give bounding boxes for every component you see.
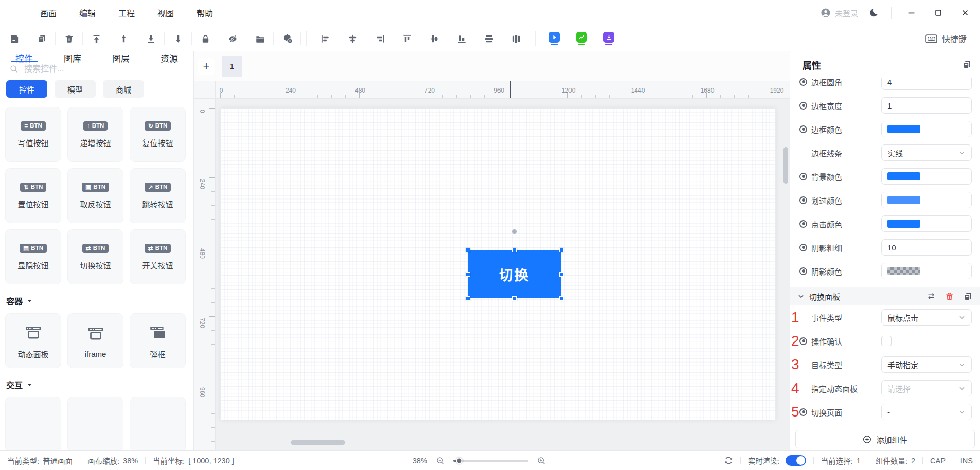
zoom-slider-knob[interactable]: [456, 457, 462, 464]
widget-card-2[interactable]: ↑BTN 递增按钮: [67, 107, 123, 162]
dark-mode-moon-icon[interactable]: [869, 8, 880, 18]
filter-button-1[interactable]: 控件: [6, 80, 47, 98]
widget-card-7[interactable]: ▤BTN 显隐按钮: [5, 229, 61, 284]
prop-color[interactable]: [881, 121, 972, 137]
save-button[interactable]: [1, 29, 28, 48]
sidebar-tab-4[interactable]: 资源: [145, 51, 193, 64]
prop-select[interactable]: 实线: [881, 144, 972, 161]
selection-handle[interactable]: [512, 248, 517, 252]
filter-button-3[interactable]: 商城: [103, 80, 144, 98]
widget-card-4[interactable]: ⇅BTN 置位按钮: [5, 168, 61, 223]
preview-button[interactable]: [541, 29, 568, 48]
section-interact[interactable]: 交互: [0, 368, 193, 391]
selection-handle[interactable]: [512, 296, 517, 301]
group-header-toggle-panel[interactable]: 切换面板: [790, 287, 980, 305]
move-down-button[interactable]: [165, 29, 192, 48]
selection-handle[interactable]: [466, 248, 470, 252]
selection-handle[interactable]: [466, 272, 470, 277]
sidebar-tab-2[interactable]: 图库: [48, 51, 97, 64]
menu-item-1[interactable]: 画面: [40, 7, 57, 19]
prop-color[interactable]: [881, 168, 972, 185]
widget-card-6[interactable]: ↗BTN 跳转按钮: [130, 168, 186, 223]
widget-card-9[interactable]: ⇄BTN 开关按钮: [130, 229, 186, 284]
prop-input[interactable]: 4: [881, 78, 972, 90]
align-left-button[interactable]: [312, 29, 339, 48]
page-tab-1[interactable]: 1: [222, 56, 242, 77]
sidebar-tab-1[interactable]: 控件: [0, 51, 48, 64]
component-add-button[interactable]: [274, 29, 301, 48]
binding-radio-icon[interactable]: [799, 173, 807, 180]
widget-card-stub[interactable]: [5, 397, 61, 450]
align-center-horizontal-button[interactable]: [421, 29, 448, 48]
widget-card-stub[interactable]: [130, 397, 186, 450]
distribute-vertical-button[interactable]: [503, 29, 530, 48]
prop-select[interactable]: 鼠标点击: [881, 309, 972, 326]
prop-input[interactable]: 1: [881, 97, 972, 114]
menu-item-3[interactable]: 工程: [118, 7, 135, 19]
selection-handle[interactable]: [559, 272, 564, 277]
vertical-scrollbar-thumb[interactable]: [783, 147, 788, 184]
shortcut-keys-button[interactable]: 快捷键: [925, 32, 967, 45]
delete-button[interactable]: [56, 29, 83, 48]
align-center-vertical-button[interactable]: [339, 29, 366, 48]
widget-card-stub[interactable]: [67, 397, 123, 450]
rotate-handle[interactable]: [512, 229, 517, 234]
binding-radio-icon[interactable]: [799, 244, 807, 251]
monitor-button[interactable]: [568, 29, 595, 48]
container-card-3[interactable]: 弹框: [130, 313, 186, 368]
copy-button[interactable]: [28, 29, 56, 48]
swap-icon[interactable]: [926, 292, 936, 301]
menu-item-4[interactable]: 视图: [157, 7, 174, 19]
widget-card-5[interactable]: ▣BTN 取反按钮: [67, 168, 123, 223]
prop-select[interactable]: 手动指定: [881, 356, 972, 373]
widget-card-3[interactable]: ↻BTN 复位按钮: [130, 107, 186, 162]
widget-card-1[interactable]: =BTN 写值按钮: [5, 107, 61, 162]
selection-handle[interactable]: [466, 296, 470, 301]
horizontal-scrollbar-thumb[interactable]: [291, 440, 345, 445]
binding-radio-icon[interactable]: [799, 196, 807, 204]
widget-card-8[interactable]: ⇄BTN 切换按钮: [67, 229, 123, 284]
align-right-button[interactable]: [366, 29, 394, 48]
zoom-slider[interactable]: [453, 460, 528, 462]
duplicate-icon[interactable]: [962, 60, 972, 69]
binding-radio-icon[interactable]: [799, 102, 807, 110]
distribute-horizontal-button[interactable]: [475, 29, 503, 48]
sidebar-tab-3[interactable]: 图层: [97, 51, 145, 64]
prop-select[interactable]: 请选择: [881, 380, 972, 396]
move-up-button[interactable]: [110, 29, 137, 48]
prop-color[interactable]: [881, 192, 972, 208]
search-input[interactable]: [24, 64, 184, 74]
duplicate-group-icon[interactable]: [963, 292, 973, 301]
prop-select[interactable]: -: [881, 404, 972, 420]
close-icon[interactable]: [960, 8, 970, 17]
add-component-button[interactable]: 添加组件: [795, 430, 975, 448]
selection-handle[interactable]: [559, 296, 564, 301]
prop-input[interactable]: 10: [881, 239, 972, 256]
binding-radio-icon[interactable]: [799, 125, 807, 133]
selection-handle[interactable]: [559, 248, 564, 252]
minimize-icon[interactable]: [907, 8, 916, 17]
zoom-in-icon[interactable]: [537, 456, 546, 465]
deploy-button[interactable]: [595, 29, 622, 48]
login-status[interactable]: 未登录: [821, 8, 858, 19]
delete-group-icon[interactable]: [945, 292, 954, 301]
binding-radio-icon[interactable]: [799, 337, 807, 345]
maximize-icon[interactable]: [934, 8, 943, 17]
binding-radio-icon[interactable]: [799, 267, 807, 275]
refresh-icon[interactable]: [724, 456, 733, 465]
binding-radio-icon[interactable]: [799, 408, 807, 416]
realtime-render-toggle[interactable]: [786, 455, 806, 466]
section-containers[interactable]: 容器: [0, 284, 193, 307]
prop-checkbox[interactable]: [881, 336, 892, 346]
container-card-2[interactable]: iframe: [67, 313, 123, 368]
selected-toggle-button[interactable]: 切换: [468, 250, 561, 298]
align-top-button[interactable]: [394, 29, 421, 48]
binding-radio-icon[interactable]: [799, 220, 807, 228]
menu-item-5[interactable]: 帮助: [197, 7, 213, 19]
folder-button[interactable]: [246, 29, 274, 48]
hide-button[interactable]: [219, 29, 246, 48]
binding-radio-icon[interactable]: [799, 78, 807, 86]
add-page-button[interactable]: +: [198, 58, 215, 75]
filter-button-2[interactable]: 模型: [55, 80, 96, 98]
bring-to-front-button[interactable]: [83, 29, 110, 48]
